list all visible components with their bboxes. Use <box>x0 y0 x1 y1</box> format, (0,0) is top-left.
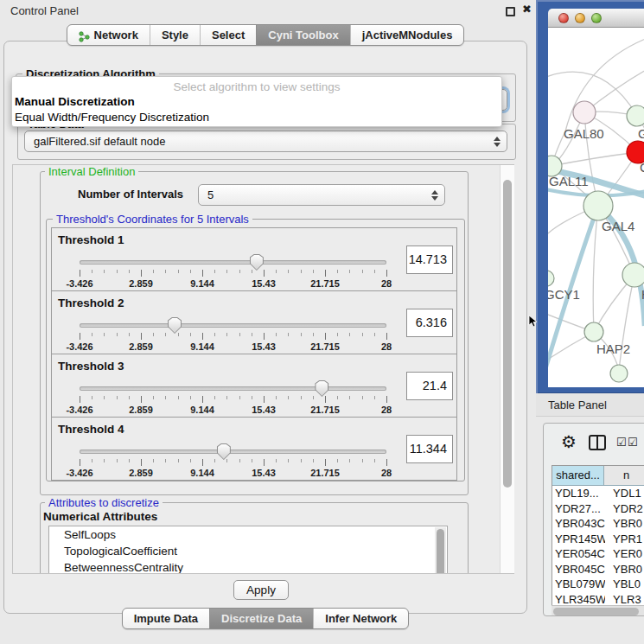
gear-icon[interactable]: ⚙ <box>561 431 577 452</box>
attributes-group-title: Attributes to discretize <box>45 496 163 509</box>
network-node-GAL4[interactable] <box>583 191 613 220</box>
settings-viewport: Interval Definition Number of Intervals … <box>13 165 500 573</box>
tab-discretize-data[interactable]: Discretize Data <box>209 609 313 628</box>
slider-thumb[interactable] <box>315 380 328 397</box>
threshold-3-slider[interactable]: -3.4262.8599.14415.4321.71528 <box>80 383 386 416</box>
tick-label: 2.859 <box>129 341 153 352</box>
network-node-GCY1[interactable] <box>548 271 554 286</box>
list-item-betweennesscentrality[interactable]: BetweennessCentrality <box>49 559 447 573</box>
threshold-4-label: Threshold 4 <box>58 423 124 436</box>
table-data-combobox[interactable]: galFiltered.sif default node <box>24 131 507 152</box>
threshold-4-value-field[interactable]: 11.344 <box>406 435 453 463</box>
network-node-node-top-right[interactable] <box>627 105 644 126</box>
tab-jactivemnodules[interactable]: jActiveMNodules <box>350 25 464 45</box>
checkbox-icon[interactable]: ☑ <box>616 436 627 449</box>
tick-label: 15.43 <box>252 405 276 415</box>
network-icon <box>79 29 90 41</box>
tick-label: 9.144 <box>190 278 214 289</box>
network-window-titlebar[interactable] <box>548 9 644 28</box>
bottom-tabs: Impute Data Discretize Data Infer Networ… <box>3 608 527 629</box>
threshold-2-slider[interactable]: -3.4262.8599.14415.4321.71528 <box>80 320 386 353</box>
settings-vertical-scrollbar[interactable] <box>500 165 514 573</box>
close-icon[interactable]: ✖ <box>522 3 532 16</box>
table-horizontal-scrollbar[interactable] <box>552 605 644 615</box>
tick-label: 2.859 <box>129 468 153 478</box>
number-of-intervals-combobox[interactable]: 5 <box>198 184 445 206</box>
slider-thumb[interactable] <box>250 254 264 271</box>
checkbox-icon[interactable]: ☑ <box>628 436 638 449</box>
slider-ticks <box>80 333 386 340</box>
threshold-2-value-field[interactable]: 6.316 <box>406 309 453 337</box>
network-canvas[interactable]: GAL80GACGAL11GAL4HGCY1HAP2 <box>548 28 644 387</box>
network-node-GAL80[interactable] <box>573 101 596 124</box>
list-item-selfloops[interactable]: SelfLoops <box>49 526 447 543</box>
thresholds-group-title: Threshold's Coordinates for 5 Intervals <box>53 213 252 226</box>
threshold-4-slider[interactable]: -3.4262.8599.14415.4321.71528 <box>80 446 386 479</box>
network-edge[interactable] <box>593 206 598 332</box>
table-row[interactable]: YDL19...YDL1 <box>552 486 644 501</box>
column-header-shared[interactable]: shared... <box>552 466 604 485</box>
table-cell: YBR043C <box>552 516 605 532</box>
table-cell: YER054C <box>552 546 605 562</box>
table-row[interactable]: YER054CYER0 <box>552 546 644 562</box>
node-label-GAL4: GAL4 <box>602 219 634 233</box>
table-cell: YDL1 <box>605 486 644 501</box>
slider-thumb[interactable] <box>168 317 182 334</box>
table-cell: YDR2 <box>605 501 644 517</box>
table-panel-title: Table Panel <box>548 399 607 411</box>
tab-select[interactable]: Select <box>200 25 256 45</box>
node-table: shared... n YDL19...YDL1YDR27...YDR2YBR0… <box>552 465 644 612</box>
menu-item-equal-width-discretization[interactable]: Equal Width/Frequency Discretization <box>15 111 209 124</box>
float-icon[interactable] <box>506 7 515 16</box>
list-item-topologicalcoefficient[interactable]: TopologicalCoefficient <box>49 543 447 559</box>
tick-label: 28 <box>381 405 392 415</box>
tick-label: 28 <box>381 278 392 289</box>
tick-label: 2.859 <box>129 278 153 289</box>
tab-infer-network[interactable]: Infer Network <box>313 609 408 628</box>
network-node-node-bottom[interactable] <box>610 365 628 382</box>
slider-track[interactable] <box>80 386 386 391</box>
columns-icon[interactable] <box>589 435 606 450</box>
network-edge[interactable] <box>552 152 638 166</box>
slider-ticks <box>80 396 386 403</box>
threshold-1-slider[interactable]: -3.4262.8599.14415.4321.71528 <box>80 257 386 290</box>
network-node-node-right-mid[interactable] <box>622 263 644 287</box>
tab-style[interactable]: Style <box>150 25 200 45</box>
slider-track[interactable] <box>80 260 386 265</box>
mouse-cursor <box>528 316 538 328</box>
number-of-intervals-value: 5 <box>207 188 214 201</box>
apply-button[interactable]: Apply <box>233 580 289 600</box>
scrollbar-thumb[interactable] <box>503 180 512 488</box>
table-row[interactable]: YPR145WYPR1 <box>552 532 644 547</box>
slider-thumb[interactable] <box>217 443 231 460</box>
tick-label: 15.43 <box>252 278 276 289</box>
tick-label: 9.144 <box>190 405 214 415</box>
zoom-traffic-light-icon[interactable] <box>591 13 602 23</box>
network-node-HAP2[interactable] <box>584 322 603 341</box>
minimize-traffic-light-icon[interactable] <box>575 13 585 23</box>
slider-track[interactable] <box>80 323 386 328</box>
tick-label: -3.426 <box>66 341 92 352</box>
tab-network[interactable]: Network <box>67 25 150 45</box>
node-label-GCY1: GCY1 <box>548 287 580 302</box>
tab-impute-data[interactable]: Impute Data <box>123 609 209 628</box>
column-header-name[interactable]: n <box>604 466 644 485</box>
tick-label: 21.715 <box>310 341 340 352</box>
table-row[interactable]: YDR27...YDR2 <box>552 501 644 517</box>
slider-track[interactable] <box>80 450 386 454</box>
node-label-node-red: C <box>640 160 644 175</box>
threshold-3-value-field[interactable]: 21.4 <box>406 372 453 400</box>
table-row[interactable]: YBL079WYBL0 <box>552 577 644 592</box>
slider-ticks <box>80 459 386 466</box>
attributes-list-scrollbar[interactable] <box>435 527 446 573</box>
tab-cyni-toolbox[interactable]: Cyni Toolbox <box>256 25 349 45</box>
threshold-panel-1: Threshold 1 -3.4262.8599.14415.4321.7152… <box>51 227 457 291</box>
table-row[interactable]: YBR045CYBR0 <box>552 562 644 577</box>
numerical-attributes-label: Numerical Attributes <box>43 510 157 523</box>
menu-item-manual-discretization[interactable]: Manual Discretization <box>15 95 135 108</box>
threshold-1-value-field[interactable]: 14.713 <box>406 245 453 274</box>
table-row[interactable]: YBR043CYBR0 <box>552 516 644 532</box>
node-label-node-top-right: GA <box>638 126 644 141</box>
close-traffic-light-icon[interactable] <box>558 13 569 23</box>
scrollbar-thumb[interactable] <box>553 608 639 615</box>
